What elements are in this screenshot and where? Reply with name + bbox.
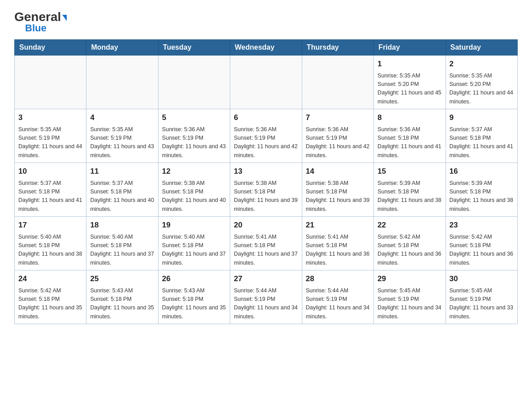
calendar-cell <box>230 56 302 109</box>
day-info: Sunrise: 5:43 AMSunset: 5:18 PMDaylight:… <box>162 287 226 321</box>
calendar-header-tuesday: Tuesday <box>158 40 230 56</box>
calendar-cell: 6Sunrise: 5:36 AMSunset: 5:19 PMDaylight… <box>230 109 302 163</box>
calendar-cell: 30Sunrise: 5:45 AMSunset: 5:19 PMDayligh… <box>446 270 517 324</box>
day-number: 15 <box>378 166 442 177</box>
day-number: 20 <box>234 219 298 231</box>
calendar-cell: 3Sunrise: 5:35 AMSunset: 5:19 PMDaylight… <box>15 109 86 163</box>
calendar-cell: 15Sunrise: 5:39 AMSunset: 5:18 PMDayligh… <box>374 163 446 217</box>
day-info: Sunrise: 5:39 AMSunset: 5:18 PMDaylight:… <box>450 179 514 214</box>
calendar-cell: 13Sunrise: 5:38 AMSunset: 5:18 PMDayligh… <box>230 163 302 217</box>
day-info: Sunrise: 5:40 AMSunset: 5:18 PMDaylight:… <box>162 233 226 268</box>
day-info: Sunrise: 5:35 AMSunset: 5:20 PMDaylight:… <box>378 72 442 107</box>
day-number: 16 <box>450 166 514 177</box>
calendar-cell: 16Sunrise: 5:39 AMSunset: 5:18 PMDayligh… <box>446 163 517 217</box>
calendar-header-thursday: Thursday <box>302 40 373 56</box>
calendar-week-row-4: 17Sunrise: 5:40 AMSunset: 5:18 PMDayligh… <box>15 217 518 270</box>
day-number: 30 <box>450 273 514 285</box>
day-number: 27 <box>234 273 298 285</box>
day-info: Sunrise: 5:45 AMSunset: 5:19 PMDaylight:… <box>450 287 514 321</box>
day-number: 26 <box>162 273 226 285</box>
calendar-cell: 25Sunrise: 5:43 AMSunset: 5:18 PMDayligh… <box>86 270 158 324</box>
day-number: 4 <box>90 112 154 124</box>
day-info: Sunrise: 5:37 AMSunset: 5:18 PMDaylight:… <box>18 179 82 214</box>
logo-triangle-icon <box>62 15 67 21</box>
calendar-cell: 14Sunrise: 5:38 AMSunset: 5:18 PMDayligh… <box>302 163 373 217</box>
day-info: Sunrise: 5:42 AMSunset: 5:18 PMDaylight:… <box>18 287 82 321</box>
calendar-cell: 26Sunrise: 5:43 AMSunset: 5:18 PMDayligh… <box>158 270 230 324</box>
calendar-cell: 20Sunrise: 5:41 AMSunset: 5:18 PMDayligh… <box>230 217 302 270</box>
calendar-cell <box>158 56 230 109</box>
day-info: Sunrise: 5:36 AMSunset: 5:19 PMDaylight:… <box>306 125 370 160</box>
day-number: 19 <box>162 219 226 231</box>
day-info: Sunrise: 5:35 AMSunset: 5:19 PMDaylight:… <box>18 125 82 160</box>
calendar-cell: 7Sunrise: 5:36 AMSunset: 5:19 PMDaylight… <box>302 109 373 163</box>
logo-blue-text: Blue <box>25 22 47 34</box>
calendar-cell: 4Sunrise: 5:35 AMSunset: 5:19 PMDaylight… <box>86 109 158 163</box>
calendar-header-sunday: Sunday <box>15 40 86 56</box>
day-number: 12 <box>162 166 226 177</box>
day-info: Sunrise: 5:40 AMSunset: 5:18 PMDaylight:… <box>90 233 154 268</box>
calendar-cell <box>86 56 158 109</box>
calendar-week-row-3: 10Sunrise: 5:37 AMSunset: 5:18 PMDayligh… <box>15 163 518 217</box>
day-info: Sunrise: 5:36 AMSunset: 5:19 PMDaylight:… <box>234 125 298 160</box>
day-number: 17 <box>18 219 82 231</box>
calendar-cell: 28Sunrise: 5:44 AMSunset: 5:19 PMDayligh… <box>302 270 373 324</box>
day-number: 29 <box>378 273 442 285</box>
day-info: Sunrise: 5:37 AMSunset: 5:18 PMDaylight:… <box>450 125 514 160</box>
day-number: 13 <box>234 166 298 177</box>
day-info: Sunrise: 5:38 AMSunset: 5:18 PMDaylight:… <box>234 179 298 214</box>
day-number: 23 <box>450 219 514 231</box>
logo: General Blue <box>14 11 67 34</box>
calendar-week-row-1: 1Sunrise: 5:35 AMSunset: 5:20 PMDaylight… <box>15 56 518 109</box>
calendar-cell: 27Sunrise: 5:44 AMSunset: 5:19 PMDayligh… <box>230 270 302 324</box>
day-info: Sunrise: 5:39 AMSunset: 5:18 PMDaylight:… <box>378 179 442 214</box>
day-number: 28 <box>306 273 370 285</box>
calendar-week-row-2: 3Sunrise: 5:35 AMSunset: 5:19 PMDaylight… <box>15 109 518 163</box>
calendar-header-friday: Friday <box>374 40 446 56</box>
day-number: 5 <box>162 112 226 124</box>
day-info: Sunrise: 5:35 AMSunset: 5:19 PMDaylight:… <box>90 125 154 160</box>
calendar-cell: 24Sunrise: 5:42 AMSunset: 5:18 PMDayligh… <box>15 270 86 324</box>
day-info: Sunrise: 5:40 AMSunset: 5:18 PMDaylight:… <box>18 233 82 268</box>
calendar-cell: 19Sunrise: 5:40 AMSunset: 5:18 PMDayligh… <box>158 217 230 270</box>
day-number: 3 <box>18 112 82 124</box>
calendar-cell: 22Sunrise: 5:42 AMSunset: 5:18 PMDayligh… <box>374 217 446 270</box>
day-info: Sunrise: 5:41 AMSunset: 5:18 PMDaylight:… <box>306 233 370 268</box>
calendar-cell: 23Sunrise: 5:42 AMSunset: 5:18 PMDayligh… <box>446 217 517 270</box>
day-number: 7 <box>306 112 370 124</box>
calendar-cell: 1Sunrise: 5:35 AMSunset: 5:20 PMDaylight… <box>374 56 446 109</box>
day-number: 14 <box>306 166 370 177</box>
day-number: 10 <box>18 166 82 177</box>
day-number: 9 <box>450 112 514 124</box>
day-number: 8 <box>378 112 442 124</box>
header: General Blue <box>14 11 518 34</box>
day-info: Sunrise: 5:38 AMSunset: 5:18 PMDaylight:… <box>162 179 226 214</box>
day-info: Sunrise: 5:42 AMSunset: 5:18 PMDaylight:… <box>378 233 442 268</box>
day-number: 2 <box>450 58 514 70</box>
calendar-cell: 17Sunrise: 5:40 AMSunset: 5:18 PMDayligh… <box>15 217 86 270</box>
calendar-cell: 5Sunrise: 5:36 AMSunset: 5:19 PMDaylight… <box>158 109 230 163</box>
day-info: Sunrise: 5:36 AMSunset: 5:18 PMDaylight:… <box>378 125 442 160</box>
calendar-header-row: SundayMondayTuesdayWednesdayThursdayFrid… <box>15 40 518 56</box>
calendar-header-saturday: Saturday <box>446 40 517 56</box>
calendar-cell: 12Sunrise: 5:38 AMSunset: 5:18 PMDayligh… <box>158 163 230 217</box>
day-info: Sunrise: 5:35 AMSunset: 5:20 PMDaylight:… <box>450 72 514 107</box>
calendar-cell <box>302 56 373 109</box>
day-info: Sunrise: 5:38 AMSunset: 5:18 PMDaylight:… <box>306 179 370 214</box>
day-info: Sunrise: 5:37 AMSunset: 5:18 PMDaylight:… <box>90 179 154 214</box>
day-number: 21 <box>306 219 370 231</box>
calendar-cell: 8Sunrise: 5:36 AMSunset: 5:18 PMDaylight… <box>374 109 446 163</box>
calendar-header-wednesday: Wednesday <box>230 40 302 56</box>
calendar-cell: 9Sunrise: 5:37 AMSunset: 5:18 PMDaylight… <box>446 109 517 163</box>
day-number: 24 <box>18 273 82 285</box>
calendar-header-monday: Monday <box>86 40 158 56</box>
day-number: 1 <box>378 58 442 70</box>
day-info: Sunrise: 5:41 AMSunset: 5:18 PMDaylight:… <box>234 233 298 268</box>
day-info: Sunrise: 5:45 AMSunset: 5:19 PMDaylight:… <box>378 287 442 321</box>
day-number: 11 <box>90 166 154 177</box>
day-number: 25 <box>90 273 154 285</box>
day-number: 18 <box>90 219 154 231</box>
calendar-cell: 18Sunrise: 5:40 AMSunset: 5:18 PMDayligh… <box>86 217 158 270</box>
calendar-cell: 10Sunrise: 5:37 AMSunset: 5:18 PMDayligh… <box>15 163 86 217</box>
day-number: 22 <box>378 219 442 231</box>
